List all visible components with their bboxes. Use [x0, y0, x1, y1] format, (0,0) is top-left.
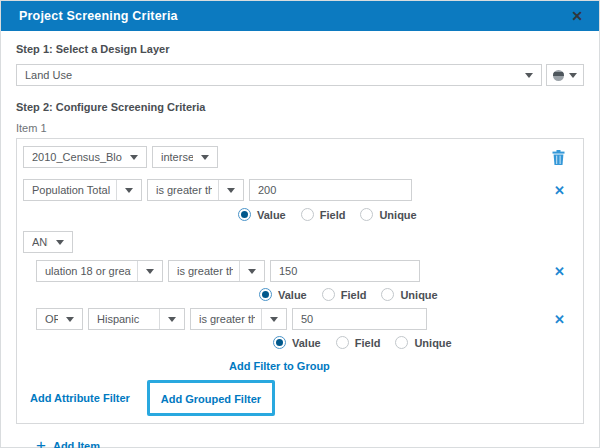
radio-selected-icon — [273, 336, 286, 349]
filter2-field-value: ulation 18 or greater — [45, 265, 131, 277]
filter3-radio-unique[interactable]: Unique — [395, 336, 451, 349]
or-conjunction-select[interactable]: OR — [36, 308, 83, 330]
add-grouped-filter-link[interactable]: Add Grouped Filter — [161, 393, 261, 405]
chevron-down-icon — [270, 317, 278, 322]
criteria-layer-select[interactable]: 2010_Census_Blocks — [23, 146, 147, 168]
filter1-radio-unique[interactable]: Unique — [360, 208, 416, 221]
relationship-select[interactable]: intersects — [152, 146, 218, 168]
add-item-label: Add Item — [53, 440, 100, 448]
filter2-value-input[interactable] — [270, 260, 420, 282]
design-layer-value: Land Use — [25, 69, 517, 81]
filter1-operator-select[interactable]: is greater than — [147, 179, 244, 201]
chevron-down-icon — [125, 188, 133, 193]
dialog-header: Project Screening Criteria ✕ — [1, 1, 599, 31]
attribute-filter-row-3: OR Hispanic is greater than ✕ — [36, 308, 577, 330]
and-value: AND — [32, 236, 48, 248]
layer-sphere-icon — [553, 70, 564, 81]
radio-icon — [301, 208, 314, 221]
trash-icon[interactable] — [552, 150, 565, 165]
filter1-radio-field[interactable]: Field — [301, 208, 346, 221]
dialog-title: Project Screening Criteria — [19, 9, 178, 23]
dialog-body: Step 1: Select a Design Layer Land Use S… — [1, 31, 599, 448]
chevron-down-icon — [525, 73, 533, 78]
chevron-down-icon — [56, 240, 64, 245]
filter1-operator-value: is greater than — [156, 184, 212, 196]
radio-icon — [336, 336, 349, 349]
chevron-down-icon — [146, 269, 154, 274]
chevron-down-icon — [201, 155, 209, 160]
chevron-down-icon — [168, 317, 176, 322]
chevron-down-icon — [569, 73, 577, 78]
layer-options-button[interactable] — [546, 64, 584, 86]
attribute-filter-row-1: Population Total is greater than ✕ — [23, 179, 577, 201]
relationship-value: intersects — [161, 151, 193, 163]
step2-label: Step 2: Configure Screening Criteria — [16, 101, 584, 113]
filter3-radio-value[interactable]: Value — [273, 336, 321, 349]
filter1-mode-radios: Value Field Unique — [238, 208, 577, 221]
add-filter-to-group-row: Add Filter to Group — [229, 356, 577, 374]
conjunction-row: AND — [23, 231, 577, 253]
filter3-radio-field[interactable]: Field — [336, 336, 381, 349]
filter2-mode-radios: Value Field Unique — [259, 288, 577, 301]
remove-filter1-icon[interactable]: ✕ — [554, 184, 565, 197]
radio-icon — [322, 288, 335, 301]
add-grouped-filter-highlight: Add Grouped Filter — [147, 380, 275, 416]
layer-relationship-row: 2010_Census_Blocks intersects — [23, 146, 577, 168]
radio-selected-icon — [238, 208, 251, 221]
add-item-button[interactable]: + Add Item — [36, 437, 584, 448]
item-label: Item 1 — [16, 122, 584, 134]
design-layer-row: Land Use — [16, 64, 584, 86]
add-attribute-filter-link[interactable]: Add Attribute Filter — [30, 392, 130, 404]
filter2-field-select[interactable]: ulation 18 or greater — [36, 260, 163, 282]
filter2-operator-value: is greater than — [177, 265, 233, 277]
design-layer-select[interactable]: Land Use — [16, 64, 542, 86]
remove-filter3-icon[interactable]: ✕ — [554, 313, 565, 326]
attribute-filter-row-2: ulation 18 or greater is greater than ✕ — [36, 260, 577, 282]
filter-links-row: Add Attribute Filter Add Grouped Filter — [30, 380, 577, 416]
filter1-field-value: Population Total — [32, 184, 110, 196]
filter3-operator-value: is greater than — [199, 313, 255, 325]
filter2-radio-value[interactable]: Value — [259, 288, 307, 301]
radio-icon — [395, 336, 408, 349]
filter3-mode-radios: Value Field Unique — [273, 336, 577, 349]
radio-icon — [381, 288, 394, 301]
chevron-down-icon — [130, 155, 138, 160]
chevron-down-icon — [248, 269, 256, 274]
filter3-operator-select[interactable]: is greater than — [190, 308, 287, 330]
chevron-down-icon — [66, 317, 74, 322]
filter2-radio-field[interactable]: Field — [322, 288, 367, 301]
add-filter-to-group-link[interactable]: Add Filter to Group — [229, 360, 330, 372]
filter3-field-value: Hispanic — [97, 313, 153, 325]
filter2-radio-unique[interactable]: Unique — [381, 288, 437, 301]
project-screening-criteria-dialog: Project Screening Criteria ✕ Step 1: Sel… — [0, 0, 600, 448]
radio-icon — [360, 208, 373, 221]
plus-icon: + — [36, 437, 46, 448]
filter1-radio-value[interactable]: Value — [238, 208, 286, 221]
filter2-operator-select[interactable]: is greater than — [168, 260, 265, 282]
and-conjunction-select[interactable]: AND — [23, 231, 73, 253]
filter3-value-input[interactable] — [292, 308, 427, 330]
chevron-down-icon — [227, 188, 235, 193]
filter1-field-select[interactable]: Population Total — [23, 179, 142, 201]
filter1-value-input[interactable] — [249, 179, 412, 201]
criteria-layer-value: 2010_Census_Blocks — [32, 151, 122, 163]
filter3-field-select[interactable]: Hispanic — [88, 308, 185, 330]
close-icon[interactable]: ✕ — [571, 9, 583, 23]
step1-label: Step 1: Select a Design Layer — [16, 43, 584, 55]
radio-selected-icon — [259, 288, 272, 301]
or-value: OR — [45, 313, 58, 325]
remove-filter2-icon[interactable]: ✕ — [554, 265, 565, 278]
item1-panel: 2010_Census_Blocks intersects — [16, 138, 584, 424]
